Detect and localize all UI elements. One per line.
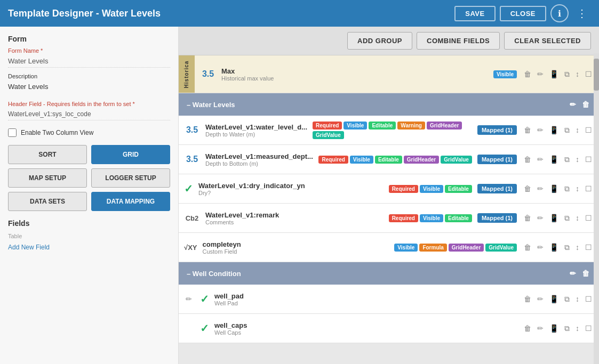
badge-gridvalue-5: GridValue [485, 244, 517, 252]
water-levels-group-title: – Water Levels [187, 101, 235, 109]
edit-icon-5[interactable]: ✏ [536, 241, 545, 253]
copy-icon-5[interactable]: ⧉ [563, 241, 571, 254]
sort-button[interactable]: SORT [8, 145, 87, 164]
right-toolbar: ADD GROUP COMBINE FIELDS CLEAR SELECTED [179, 27, 599, 55]
mobile-icon-1[interactable]: 📱 [548, 124, 560, 136]
edit-icon-wp[interactable]: ✏ [536, 293, 545, 305]
map-setup-button[interactable]: MAP SETUP [8, 168, 87, 188]
copy-icon-wc[interactable]: ⧉ [563, 322, 571, 335]
depth-water-info: WaterLevel_v1:water_level_d... Depth to … [205, 123, 307, 137]
delete-icon-wp[interactable]: 🗑 [522, 293, 533, 305]
well-condition-group-title: – Well Condition [187, 270, 241, 278]
badge-editable-2: Editable [375, 156, 402, 164]
wc-group-edit-icon[interactable]: ✏ [568, 268, 578, 279]
add-field-link[interactable]: Add New Field [8, 244, 170, 251]
delete-icon-wc[interactable]: 🗑 [522, 322, 533, 334]
save-button[interactable]: SAVE [454, 6, 495, 21]
custom-actions: 🗑 ✏ 📱 ⧉ ↕ ☐ [522, 241, 594, 254]
edit-icon-wc[interactable]: ✏ [536, 322, 545, 334]
move-icon-2[interactable]: ↕ [574, 153, 581, 165]
btn-row-2: MAP SETUP LOGGER SETUP [8, 168, 170, 188]
combine-fields-button[interactable]: COMBINE FIELDS [417, 32, 500, 50]
info-button[interactable]: ℹ [550, 4, 569, 22]
close-button[interactable]: CLOSE [500, 6, 546, 21]
checkbox-icon[interactable]: ☐ [584, 68, 594, 80]
group-edit-icon[interactable]: ✏ [568, 99, 578, 110]
comments-displayname: Comments [205, 219, 384, 225]
mobile-icon-wc[interactable]: 📱 [548, 322, 560, 334]
move-icon[interactable]: ↕ [574, 68, 581, 80]
edit-icon-3[interactable]: ✏ [536, 183, 545, 195]
comments-idname: WaterLevel_v1:remark [205, 211, 384, 219]
move-icon-3[interactable]: ↕ [574, 183, 581, 195]
data-sets-button[interactable]: DATA SETS [8, 192, 87, 211]
copy-icon-4[interactable]: ⧉ [563, 212, 571, 224]
add-group-button[interactable]: ADD GROUP [347, 32, 412, 50]
app-title: Template Designer - Water Levels [8, 8, 161, 19]
copy-icon-wp[interactable]: ⧉ [563, 293, 571, 305]
mobile-icon-5[interactable]: 📱 [548, 241, 560, 253]
checkbox-icon-wc[interactable]: ☐ [584, 322, 594, 334]
mobile-icon-3[interactable]: 📱 [548, 183, 560, 195]
mapped-badge-3: Mapped (1) [477, 184, 517, 193]
badge-gridvalue-2: GridValue [441, 156, 472, 164]
move-icon-4[interactable]: ↕ [574, 212, 581, 224]
logger-setup-button[interactable]: LOGGER SETUP [91, 168, 170, 188]
checkbox-icon-1[interactable]: ☐ [584, 124, 594, 136]
depth-bottom-info: WaterLevel_v1:measured_dept... Depth to … [205, 152, 313, 167]
mobile-icon-4[interactable]: 📱 [548, 212, 560, 224]
move-icon-wc[interactable]: ↕ [574, 322, 581, 334]
group-delete-icon[interactable]: 🗑 [580, 99, 591, 110]
edit-icon-1[interactable]: ✏ [536, 124, 545, 136]
edit-icon[interactable]: ✏ [536, 68, 545, 80]
custom-info: completeyn Custom Field [202, 240, 389, 255]
mobile-icon-wp[interactable]: 📱 [548, 293, 560, 305]
checkbox-icon-wp[interactable]: ☐ [584, 293, 594, 305]
historical-label-container: Historica [179, 55, 195, 93]
historical-actions: 🗑 ✏ 📱 ⧉ ↕ ☐ [522, 68, 594, 80]
checkbox-icon-2[interactable]: ☐ [584, 153, 594, 165]
wc-group-delete-icon[interactable]: 🗑 [580, 268, 591, 279]
delete-icon-1[interactable]: 🗑 [522, 124, 533, 136]
depth-water-idname: WaterLevel_v1:water_level_d... [205, 123, 307, 131]
copy-icon-2[interactable]: ⧉ [563, 153, 571, 166]
checkbox-icon-3[interactable]: ☐ [584, 183, 594, 195]
mobile-icon[interactable]: 📱 [548, 68, 560, 80]
clear-selected-button[interactable]: CLEAR SELECTED [504, 32, 591, 50]
comments-actions: 🗑 ✏ 📱 ⧉ ↕ ☐ [522, 212, 594, 224]
depth-bottom-actions: 🗑 ✏ 📱 ⧉ ↕ ☐ [522, 153, 594, 166]
form-name-value: Water Levels [8, 55, 170, 68]
move-icon-5[interactable]: ↕ [574, 241, 581, 253]
mobile-icon-2[interactable]: 📱 [548, 153, 560, 165]
more-button[interactable]: ⋮ [573, 4, 591, 22]
grid-button[interactable]: GRID [91, 145, 170, 164]
delete-icon-3[interactable]: 🗑 [522, 183, 533, 195]
header-field-label: Header Field - Requires fields in the fo… [8, 101, 170, 107]
checkbox-icon-4[interactable]: ☐ [584, 212, 594, 224]
edit-icon-4[interactable]: ✏ [536, 212, 545, 224]
well-caps-type-icon: ✓ [200, 322, 209, 335]
delete-icon[interactable]: 🗑 [522, 68, 533, 80]
custom-idname: completeyn [202, 240, 389, 248]
edit-icon-2[interactable]: ✏ [536, 153, 545, 165]
copy-icon[interactable]: ⧉ [563, 68, 571, 80]
well-pad-actions: 🗑 ✏ 📱 ⧉ ↕ ☐ [522, 293, 594, 305]
copy-icon-3[interactable]: ⧉ [563, 183, 571, 195]
delete-icon-5[interactable]: 🗑 [522, 241, 533, 253]
checkbox-icon-5[interactable]: ☐ [584, 241, 594, 253]
data-mapping-button[interactable]: DATA MAPPING [91, 192, 170, 211]
historical-field-type: 3.5 [200, 69, 216, 79]
depth-water-actions: 🗑 ✏ 📱 ⧉ ↕ ☐ [522, 124, 594, 136]
move-icon-1[interactable]: ↕ [574, 124, 581, 136]
well-pad-drag[interactable]: ✏ [184, 293, 194, 305]
move-icon-wp[interactable]: ↕ [574, 293, 581, 305]
delete-icon-4[interactable]: 🗑 [522, 212, 533, 224]
field-row-depth-water: 3.5 WaterLevel_v1:water_level_d... Depth… [179, 116, 599, 145]
copy-icon-1[interactable]: ⧉ [563, 124, 571, 136]
field-row-well-pad: ✏ ✓ well_pad Well Pad 🗑 ✏ 📱 ⧉ ↕ ☐ [179, 285, 599, 314]
badge-editable-1: Editable [369, 122, 396, 130]
two-column-checkbox[interactable] [8, 128, 17, 137]
historical-badges: Visible [493, 70, 517, 78]
delete-icon-2[interactable]: 🗑 [522, 153, 533, 165]
field-row-dry: ✓ WaterLevel_v1:dry_indicator_yn Dry? Re… [179, 174, 599, 204]
